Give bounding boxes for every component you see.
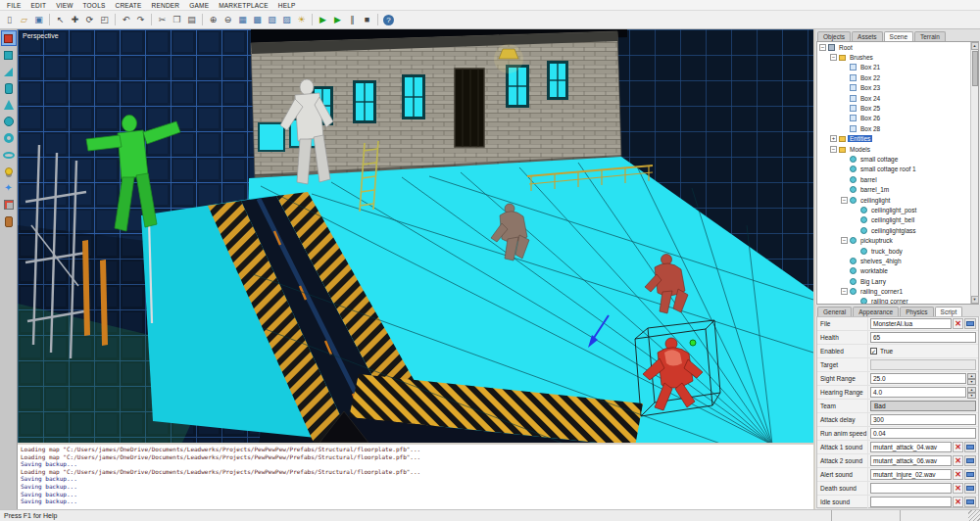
file-input[interactable]: MonsterAI.lua (870, 318, 952, 329)
spin-down-icon[interactable]: ▼ (967, 393, 976, 399)
cut-icon[interactable]: ✂ (155, 13, 170, 27)
shaded-view-icon[interactable]: ▨ (279, 13, 294, 27)
tree-item-box-23[interactable]: Box 23 (817, 83, 970, 93)
clear-death-sound-button[interactable]: ✕ (953, 483, 963, 494)
browse-alert-sound-button[interactable] (964, 469, 976, 480)
viewport-3d[interactable]: Perspective (18, 29, 813, 443)
enabled-checkbox[interactable]: ✓ (870, 348, 877, 355)
zoom-in-icon[interactable]: ⊕ (206, 13, 220, 27)
scrollbar-thumb[interactable] (972, 51, 978, 86)
copy-icon[interactable]: ❐ (170, 13, 184, 27)
snap-icon[interactable]: ▦ (235, 13, 250, 27)
tree-item-entities[interactable]: +Entities (817, 134, 970, 144)
tree-item-box-22[interactable]: Box 22 (817, 72, 970, 82)
sight-range-input[interactable]: 25.0 (870, 373, 966, 384)
death-sound-input[interactable] (870, 483, 952, 494)
cone-brush-tool[interactable] (2, 98, 16, 112)
tab-terrain[interactable]: Terrain (914, 31, 946, 41)
collapse-icon[interactable]: − (819, 44, 826, 51)
tree-item-barrel-1m[interactable]: barrel_1m (817, 184, 970, 194)
scale-tool-icon[interactable]: ◰ (97, 13, 112, 27)
tree-item-ceilinglight[interactable]: −ceilinglight (817, 195, 970, 205)
menu-tools[interactable]: TOOLS (78, 2, 111, 9)
menu-marketplace[interactable]: MARKETPLACE (214, 2, 273, 9)
browse-attack-2-sound-button[interactable] (964, 455, 976, 466)
tab-scene[interactable]: Scene (884, 31, 913, 41)
wedge-brush-tool[interactable] (2, 65, 16, 78)
save-icon[interactable]: ▣ (31, 13, 46, 27)
menu-file[interactable]: FILE (2, 2, 26, 9)
control-panel-tool[interactable] (2, 198, 16, 212)
wireframe-icon[interactable]: ▧ (265, 13, 279, 27)
scroll-up-icon[interactable]: ▲ (971, 42, 979, 50)
point-light-tool[interactable] (2, 165, 16, 178)
tree-item-railing-corner1[interactable]: −railing_corner1 (817, 286, 970, 296)
rotate-tool-icon[interactable]: ⟳ (82, 13, 97, 27)
hearing-range-spinner[interactable]: ▲▼ (967, 387, 976, 398)
tree-item-box-24[interactable]: Box 24 (817, 93, 970, 103)
select-tool-icon[interactable]: ↖ (53, 13, 68, 27)
tree-item-railing-corner[interactable]: railing corner (817, 297, 970, 304)
tree-item-pickuptruck[interactable]: −pickuptruck (817, 235, 970, 245)
clear-alert-sound-button[interactable]: ✕ (953, 469, 963, 480)
redo-icon[interactable]: ↷ (133, 13, 148, 27)
collapse-icon[interactable]: − (830, 54, 837, 61)
tree-item-ceilinglightglass[interactable]: ceilinglightglass (817, 225, 970, 235)
menu-help[interactable]: HELP (273, 2, 301, 9)
browse-idle-sound-button[interactable] (964, 497, 976, 507)
sight-range-spinner[interactable]: ▲▼ (967, 373, 976, 384)
run-anim-speed-input[interactable]: 0.04 (870, 428, 976, 439)
viewport-3d-scene[interactable] (18, 29, 813, 443)
barrel-prop-tool[interactable] (2, 214, 16, 228)
scroll-down-icon[interactable]: ▼ (971, 296, 979, 304)
collapse-icon[interactable]: − (841, 288, 848, 295)
ceiling-light[interactable] (494, 44, 523, 73)
tab-assets[interactable]: Assets (852, 31, 883, 41)
tab-physics[interactable]: Physics (900, 307, 933, 316)
menu-render[interactable]: RENDER (147, 2, 185, 9)
open-project-icon[interactable]: ▱ (17, 13, 31, 27)
tree-scrollbar[interactable]: ▲ ▼ (970, 42, 978, 304)
resize-grip[interactable] (968, 510, 980, 521)
tree-item-barrel[interactable]: barrel (817, 174, 970, 184)
box-brush-tool[interactable] (2, 48, 16, 62)
light-toggle-icon[interactable]: ☀ (294, 13, 309, 27)
tube-brush-tool[interactable] (2, 131, 16, 145)
tab-objects[interactable]: Objects (817, 31, 851, 41)
collapse-icon[interactable]: − (830, 146, 837, 153)
clear-attack-1-sound-button[interactable]: ✕ (953, 442, 963, 452)
objects-tool[interactable] (2, 31, 16, 45)
tree-item-box-28[interactable]: Box 28 (817, 123, 970, 133)
torus-brush-tool[interactable] (2, 148, 16, 162)
tab-appearance[interactable]: Appearance (853, 307, 899, 316)
tab-general[interactable]: General (817, 307, 852, 316)
browse-file-button[interactable] (964, 318, 976, 329)
stop-icon[interactable]: ■ (360, 13, 374, 27)
console-log[interactable]: Loading map "C:/Users/james/OneDrive/Doc… (18, 443, 813, 509)
hearing-range-input[interactable]: 4.0 (870, 387, 966, 398)
grid-icon[interactable]: ▩ (250, 13, 265, 27)
clear-idle-sound-button[interactable]: ✕ (953, 497, 963, 507)
tree-item-root[interactable]: −Root (817, 42, 970, 52)
menu-game[interactable]: GAME (184, 2, 214, 9)
attack-1-sound-input[interactable]: mutant_attack_04.wav (870, 442, 952, 452)
attack-delay-input[interactable]: 300 (870, 414, 976, 425)
expand-icon[interactable]: + (830, 135, 837, 142)
tree-item-worktable[interactable]: worktable (817, 266, 970, 276)
move-tool-icon[interactable]: ✚ (68, 13, 82, 27)
help-icon[interactable]: ? (383, 15, 394, 25)
tree-item-truck-body[interactable]: truck_body (817, 246, 970, 256)
tree-item-small-cottage-roof-1[interactable]: small cottage roof 1 (817, 165, 970, 174)
menu-create[interactable]: CREATE (110, 2, 146, 9)
tree-item-brushes[interactable]: −Brushes (817, 52, 970, 62)
pause-icon[interactable]: ∥ (345, 13, 360, 27)
attack-2-sound-input[interactable]: mutant_attack_06.wav (870, 455, 952, 466)
clear-file-button[interactable]: ✕ (953, 318, 963, 329)
alert-sound-input[interactable]: mutant_injure_02.wav (870, 469, 952, 480)
tree-item-box-25[interactable]: Box 25 (817, 103, 970, 113)
play-map-icon[interactable]: ▶ (330, 13, 345, 27)
clear-attack-2-sound-button[interactable]: ✕ (953, 455, 963, 466)
sphere-brush-tool[interactable] (2, 115, 16, 128)
emitter-tool[interactable]: ✦ (2, 181, 16, 195)
tree-item-box-26[interactable]: Box 26 (817, 114, 970, 123)
